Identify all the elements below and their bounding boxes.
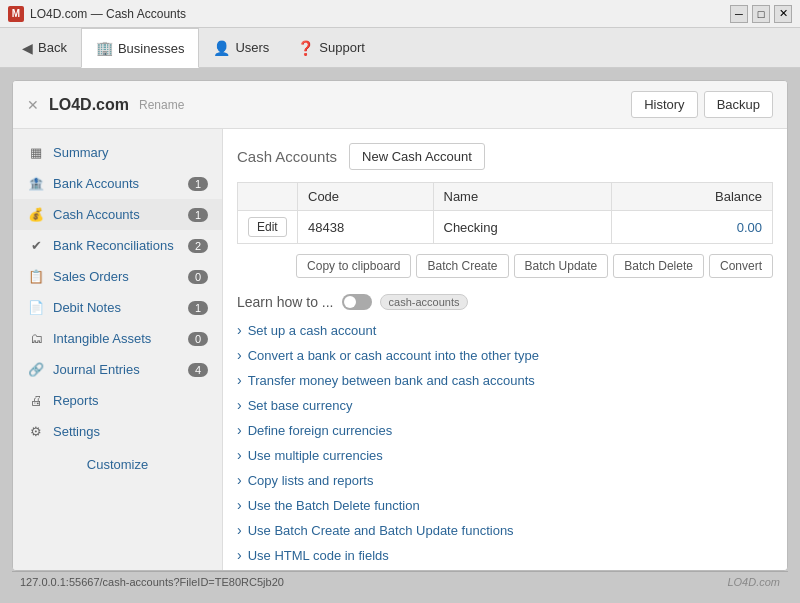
intangible-assets-badge: 0	[188, 332, 208, 346]
top-nav: ◀ Back 🏢 Businesses 👤 Users ❓ Support	[0, 28, 800, 68]
back-icon: ◀	[22, 40, 33, 56]
bank-reconciliations-icon: ✔	[27, 238, 45, 253]
sidebar: ▦ Summary 🏦 Bank Accounts 1 💰 Cash Accou…	[13, 129, 223, 570]
sidebar-item-cash-accounts[interactable]: 💰 Cash Accounts 1	[13, 199, 222, 230]
support-icon: ❓	[297, 40, 314, 56]
sidebar-item-label: Settings	[53, 424, 208, 439]
bank-accounts-icon: 🏦	[27, 176, 45, 191]
sidebar-item-journal-entries[interactable]: 🔗 Journal Entries 4	[13, 354, 222, 385]
close-button[interactable]: ✕	[774, 5, 792, 23]
status-url: 127.0.0.1:55667/cash-accounts?FileID=TE8…	[20, 576, 284, 588]
learn-link-7[interactable]: Use the Batch Delete function	[237, 495, 773, 515]
toggle-knob	[344, 296, 356, 308]
sidebar-item-summary[interactable]: ▦ Summary	[13, 137, 222, 168]
settings-icon: ⚙	[27, 424, 45, 439]
sidebar-item-label: Journal Entries	[53, 362, 180, 377]
back-button[interactable]: ◀ Back	[8, 28, 81, 68]
sidebar-item-debit-notes[interactable]: 📄 Debit Notes 1	[13, 292, 222, 323]
sidebar-item-label: Sales Orders	[53, 269, 180, 284]
bank-accounts-badge: 1	[188, 177, 208, 191]
business-name: LO4D.com	[49, 96, 129, 114]
learn-link-5[interactable]: Use multiple currencies	[237, 445, 773, 465]
journal-entries-icon: 🔗	[27, 362, 45, 377]
journal-entries-badge: 4	[188, 363, 208, 377]
sidebar-item-label: Intangible Assets	[53, 331, 180, 346]
edit-button[interactable]: Edit	[248, 217, 287, 237]
title-bar: M LO4D.com — Cash Accounts ─ □ ✕	[0, 0, 800, 28]
sidebar-item-label: Reports	[53, 393, 208, 408]
back-label: Back	[38, 40, 67, 55]
debit-notes-badge: 1	[188, 301, 208, 315]
title-bar-text: LO4D.com — Cash Accounts	[30, 7, 186, 21]
intangible-assets-icon: 🗂	[27, 331, 45, 346]
support-tab[interactable]: ❓ Support	[283, 28, 379, 68]
learn-link-0[interactable]: Set up a cash account	[237, 320, 773, 340]
backup-button[interactable]: Backup	[704, 91, 773, 118]
batch-update-button[interactable]: Batch Update	[514, 254, 609, 278]
support-label: Support	[319, 40, 365, 55]
learn-toggle[interactable]	[342, 294, 372, 310]
learn-link-2[interactable]: Transfer money between bank and cash acc…	[237, 370, 773, 390]
cash-accounts-table: Code Name Balance Edit 48438 Checking	[237, 182, 773, 244]
batch-delete-button[interactable]: Batch Delete	[613, 254, 704, 278]
rename-link[interactable]: Rename	[139, 98, 184, 112]
header-buttons: History Backup	[631, 91, 773, 118]
section-header: Cash Accounts New Cash Account	[237, 143, 773, 170]
learn-link-3[interactable]: Set base currency	[237, 395, 773, 415]
bank-reconciliations-badge: 2	[188, 239, 208, 253]
learn-links: Set up a cash account Convert a bank or …	[237, 320, 773, 565]
sidebar-item-label: Cash Accounts	[53, 207, 180, 222]
card: ✕ LO4D.com Rename History Backup ▦ Summa…	[12, 80, 788, 571]
sidebar-item-label: Summary	[53, 145, 208, 160]
new-cash-account-button[interactable]: New Cash Account	[349, 143, 485, 170]
cash-accounts-badge: 1	[188, 208, 208, 222]
content-area: Cash Accounts New Cash Account Code Name…	[223, 129, 787, 570]
sidebar-item-sales-orders[interactable]: 📋 Sales Orders 0	[13, 261, 222, 292]
learn-link-8[interactable]: Use Batch Create and Batch Update functi…	[237, 520, 773, 540]
users-icon: 👤	[213, 40, 230, 56]
learn-title: Learn how to ...	[237, 294, 334, 310]
table-cell-edit: Edit	[238, 211, 298, 244]
learn-tag: cash-accounts	[380, 294, 469, 310]
batch-create-button[interactable]: Batch Create	[416, 254, 508, 278]
sidebar-item-label: Bank Reconciliations	[53, 238, 180, 253]
businesses-icon: 🏢	[96, 40, 113, 56]
summary-icon: ▦	[27, 145, 45, 160]
businesses-tab[interactable]: 🏢 Businesses	[81, 28, 199, 68]
sidebar-item-settings[interactable]: ⚙ Settings	[13, 416, 222, 447]
status-bar: 127.0.0.1:55667/cash-accounts?FileID=TE8…	[12, 571, 788, 591]
learn-link-1[interactable]: Convert a bank or cash account into the …	[237, 345, 773, 365]
maximize-button[interactable]: □	[752, 5, 770, 23]
users-label: Users	[235, 40, 269, 55]
sidebar-item-intangible-assets[interactable]: 🗂 Intangible Assets 0	[13, 323, 222, 354]
table-cell-name: Checking	[433, 211, 611, 244]
action-buttons: Copy to clipboard Batch Create Batch Upd…	[237, 254, 773, 278]
businesses-label: Businesses	[118, 41, 184, 56]
learn-link-9[interactable]: Use HTML code in fields	[237, 545, 773, 565]
learn-link-4[interactable]: Define foreign currencies	[237, 420, 773, 440]
table-header-name: Name	[433, 183, 611, 211]
learn-link-6[interactable]: Copy lists and reports	[237, 470, 773, 490]
app-icon: M	[8, 6, 24, 22]
table-cell-balance: 0.00	[611, 211, 772, 244]
convert-button[interactable]: Convert	[709, 254, 773, 278]
customize-link[interactable]: Customize	[13, 447, 222, 482]
minimize-button[interactable]: ─	[730, 5, 748, 23]
table-header-edit	[238, 183, 298, 211]
card-header: ✕ LO4D.com Rename History Backup	[13, 81, 787, 129]
sidebar-item-reports[interactable]: 🖨 Reports	[13, 385, 222, 416]
history-button[interactable]: History	[631, 91, 697, 118]
status-logo: LO4D.com	[727, 576, 780, 588]
reports-icon: 🖨	[27, 393, 45, 408]
sales-orders-icon: 📋	[27, 269, 45, 284]
sidebar-item-bank-reconciliations[interactable]: ✔ Bank Reconciliations 2	[13, 230, 222, 261]
table-cell-code: 48438	[298, 211, 434, 244]
copy-to-clipboard-button[interactable]: Copy to clipboard	[296, 254, 411, 278]
close-icon[interactable]: ✕	[27, 97, 39, 113]
users-tab[interactable]: 👤 Users	[199, 28, 283, 68]
table-row: Edit 48438 Checking 0.00	[238, 211, 773, 244]
sidebar-item-bank-accounts[interactable]: 🏦 Bank Accounts 1	[13, 168, 222, 199]
learn-header: Learn how to ... cash-accounts	[237, 294, 773, 310]
cash-accounts-icon: 💰	[27, 207, 45, 222]
window-controls: ─ □ ✕	[730, 5, 792, 23]
